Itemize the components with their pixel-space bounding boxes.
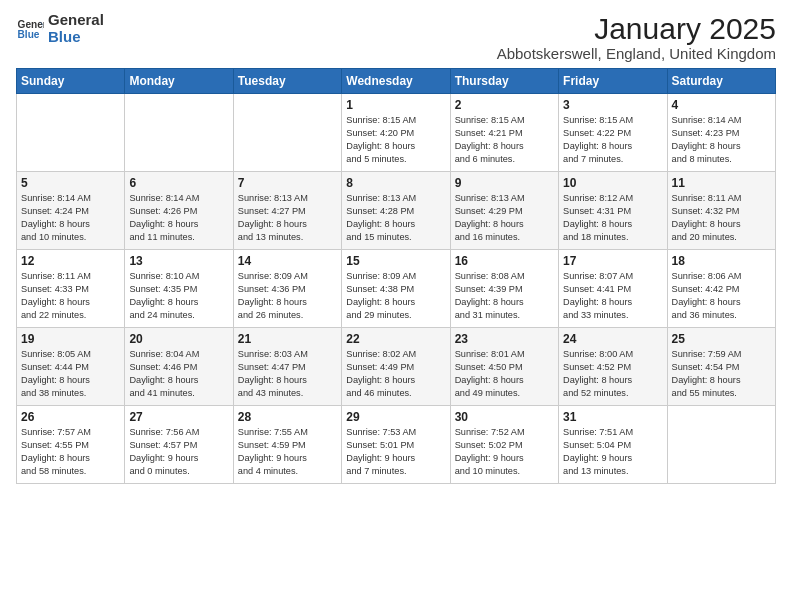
- cell-content: Sunrise: 8:08 AM Sunset: 4:39 PM Dayligh…: [455, 270, 554, 322]
- cell-content: Sunrise: 7:59 AM Sunset: 4:54 PM Dayligh…: [672, 348, 771, 400]
- cell-content: Sunrise: 8:12 AM Sunset: 4:31 PM Dayligh…: [563, 192, 662, 244]
- calendar-table: SundayMondayTuesdayWednesdayThursdayFrid…: [16, 68, 776, 484]
- subtitle: Abbotskerswell, England, United Kingdom: [497, 45, 776, 62]
- calendar-cell: 15Sunrise: 8:09 AM Sunset: 4:38 PM Dayli…: [342, 250, 450, 328]
- day-number: 19: [21, 332, 120, 346]
- cell-content: Sunrise: 8:11 AM Sunset: 4:32 PM Dayligh…: [672, 192, 771, 244]
- cell-content: Sunrise: 8:13 AM Sunset: 4:27 PM Dayligh…: [238, 192, 337, 244]
- calendar-week-5: 26Sunrise: 7:57 AM Sunset: 4:55 PM Dayli…: [17, 406, 776, 484]
- calendar-cell: 24Sunrise: 8:00 AM Sunset: 4:52 PM Dayli…: [559, 328, 667, 406]
- cell-content: Sunrise: 7:55 AM Sunset: 4:59 PM Dayligh…: [238, 426, 337, 478]
- day-number: 12: [21, 254, 120, 268]
- day-number: 16: [455, 254, 554, 268]
- calendar-cell: 25Sunrise: 7:59 AM Sunset: 4:54 PM Dayli…: [667, 328, 775, 406]
- calendar-cell: 20Sunrise: 8:04 AM Sunset: 4:46 PM Dayli…: [125, 328, 233, 406]
- title-block: January 2025 Abbotskerswell, England, Un…: [497, 12, 776, 62]
- cell-content: Sunrise: 8:14 AM Sunset: 4:24 PM Dayligh…: [21, 192, 120, 244]
- calendar-cell: 9Sunrise: 8:13 AM Sunset: 4:29 PM Daylig…: [450, 172, 558, 250]
- day-number: 17: [563, 254, 662, 268]
- calendar-cell: [125, 94, 233, 172]
- day-header-friday: Friday: [559, 69, 667, 94]
- calendar-cell: 21Sunrise: 8:03 AM Sunset: 4:47 PM Dayli…: [233, 328, 341, 406]
- day-number: 21: [238, 332, 337, 346]
- cell-content: Sunrise: 8:15 AM Sunset: 4:20 PM Dayligh…: [346, 114, 445, 166]
- page-container: General Blue General Blue January 2025 A…: [0, 0, 792, 492]
- logo-icon: General Blue: [16, 15, 44, 43]
- logo-general: General: [48, 12, 104, 29]
- day-header-tuesday: Tuesday: [233, 69, 341, 94]
- cell-content: Sunrise: 8:10 AM Sunset: 4:35 PM Dayligh…: [129, 270, 228, 322]
- day-number: 23: [455, 332, 554, 346]
- calendar-cell: 27Sunrise: 7:56 AM Sunset: 4:57 PM Dayli…: [125, 406, 233, 484]
- cell-content: Sunrise: 8:04 AM Sunset: 4:46 PM Dayligh…: [129, 348, 228, 400]
- day-header-saturday: Saturday: [667, 69, 775, 94]
- day-number: 7: [238, 176, 337, 190]
- calendar-cell: 29Sunrise: 7:53 AM Sunset: 5:01 PM Dayli…: [342, 406, 450, 484]
- cell-content: Sunrise: 8:06 AM Sunset: 4:42 PM Dayligh…: [672, 270, 771, 322]
- calendar-cell: 14Sunrise: 8:09 AM Sunset: 4:36 PM Dayli…: [233, 250, 341, 328]
- calendar-cell: [17, 94, 125, 172]
- calendar-cell: 28Sunrise: 7:55 AM Sunset: 4:59 PM Dayli…: [233, 406, 341, 484]
- cell-content: Sunrise: 7:51 AM Sunset: 5:04 PM Dayligh…: [563, 426, 662, 478]
- cell-content: Sunrise: 8:05 AM Sunset: 4:44 PM Dayligh…: [21, 348, 120, 400]
- calendar-cell: [233, 94, 341, 172]
- day-number: 29: [346, 410, 445, 424]
- calendar-cell: 31Sunrise: 7:51 AM Sunset: 5:04 PM Dayli…: [559, 406, 667, 484]
- calendar-week-4: 19Sunrise: 8:05 AM Sunset: 4:44 PM Dayli…: [17, 328, 776, 406]
- calendar-cell: 22Sunrise: 8:02 AM Sunset: 4:49 PM Dayli…: [342, 328, 450, 406]
- cell-content: Sunrise: 8:00 AM Sunset: 4:52 PM Dayligh…: [563, 348, 662, 400]
- day-number: 2: [455, 98, 554, 112]
- day-header-monday: Monday: [125, 69, 233, 94]
- logo: General Blue General Blue: [16, 12, 104, 45]
- calendar-cell: 13Sunrise: 8:10 AM Sunset: 4:35 PM Dayli…: [125, 250, 233, 328]
- calendar-cell: 8Sunrise: 8:13 AM Sunset: 4:28 PM Daylig…: [342, 172, 450, 250]
- cell-content: Sunrise: 8:07 AM Sunset: 4:41 PM Dayligh…: [563, 270, 662, 322]
- calendar-cell: 12Sunrise: 8:11 AM Sunset: 4:33 PM Dayli…: [17, 250, 125, 328]
- cell-content: Sunrise: 7:57 AM Sunset: 4:55 PM Dayligh…: [21, 426, 120, 478]
- day-header-thursday: Thursday: [450, 69, 558, 94]
- cell-content: Sunrise: 8:09 AM Sunset: 4:36 PM Dayligh…: [238, 270, 337, 322]
- cell-content: Sunrise: 8:14 AM Sunset: 4:23 PM Dayligh…: [672, 114, 771, 166]
- day-number: 31: [563, 410, 662, 424]
- day-number: 5: [21, 176, 120, 190]
- cell-content: Sunrise: 7:53 AM Sunset: 5:01 PM Dayligh…: [346, 426, 445, 478]
- calendar-cell: 10Sunrise: 8:12 AM Sunset: 4:31 PM Dayli…: [559, 172, 667, 250]
- calendar-cell: 1Sunrise: 8:15 AM Sunset: 4:20 PM Daylig…: [342, 94, 450, 172]
- calendar-cell: 16Sunrise: 8:08 AM Sunset: 4:39 PM Dayli…: [450, 250, 558, 328]
- day-number: 10: [563, 176, 662, 190]
- day-number: 27: [129, 410, 228, 424]
- calendar-week-2: 5Sunrise: 8:14 AM Sunset: 4:24 PM Daylig…: [17, 172, 776, 250]
- calendar-cell: 2Sunrise: 8:15 AM Sunset: 4:21 PM Daylig…: [450, 94, 558, 172]
- day-number: 28: [238, 410, 337, 424]
- day-number: 3: [563, 98, 662, 112]
- header: General Blue General Blue January 2025 A…: [16, 12, 776, 62]
- calendar-cell: [667, 406, 775, 484]
- calendar-cell: 4Sunrise: 8:14 AM Sunset: 4:23 PM Daylig…: [667, 94, 775, 172]
- day-number: 8: [346, 176, 445, 190]
- calendar-header-row: SundayMondayTuesdayWednesdayThursdayFrid…: [17, 69, 776, 94]
- day-number: 24: [563, 332, 662, 346]
- cell-content: Sunrise: 8:13 AM Sunset: 4:28 PM Dayligh…: [346, 192, 445, 244]
- day-number: 25: [672, 332, 771, 346]
- cell-content: Sunrise: 8:14 AM Sunset: 4:26 PM Dayligh…: [129, 192, 228, 244]
- cell-content: Sunrise: 7:56 AM Sunset: 4:57 PM Dayligh…: [129, 426, 228, 478]
- day-number: 26: [21, 410, 120, 424]
- day-number: 11: [672, 176, 771, 190]
- cell-content: Sunrise: 8:02 AM Sunset: 4:49 PM Dayligh…: [346, 348, 445, 400]
- day-number: 13: [129, 254, 228, 268]
- calendar-cell: 17Sunrise: 8:07 AM Sunset: 4:41 PM Dayli…: [559, 250, 667, 328]
- calendar-cell: 23Sunrise: 8:01 AM Sunset: 4:50 PM Dayli…: [450, 328, 558, 406]
- calendar-week-3: 12Sunrise: 8:11 AM Sunset: 4:33 PM Dayli…: [17, 250, 776, 328]
- calendar-cell: 18Sunrise: 8:06 AM Sunset: 4:42 PM Dayli…: [667, 250, 775, 328]
- day-number: 6: [129, 176, 228, 190]
- calendar-cell: 7Sunrise: 8:13 AM Sunset: 4:27 PM Daylig…: [233, 172, 341, 250]
- cell-content: Sunrise: 8:01 AM Sunset: 4:50 PM Dayligh…: [455, 348, 554, 400]
- logo-blue: Blue: [48, 29, 104, 46]
- cell-content: Sunrise: 8:13 AM Sunset: 4:29 PM Dayligh…: [455, 192, 554, 244]
- calendar-cell: 26Sunrise: 7:57 AM Sunset: 4:55 PM Dayli…: [17, 406, 125, 484]
- day-number: 14: [238, 254, 337, 268]
- calendar-cell: 5Sunrise: 8:14 AM Sunset: 4:24 PM Daylig…: [17, 172, 125, 250]
- cell-content: Sunrise: 8:15 AM Sunset: 4:21 PM Dayligh…: [455, 114, 554, 166]
- cell-content: Sunrise: 8:03 AM Sunset: 4:47 PM Dayligh…: [238, 348, 337, 400]
- calendar-cell: 30Sunrise: 7:52 AM Sunset: 5:02 PM Dayli…: [450, 406, 558, 484]
